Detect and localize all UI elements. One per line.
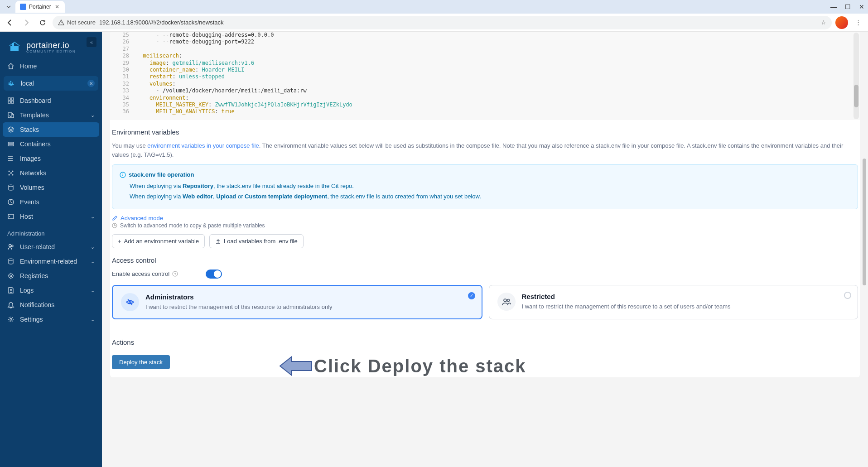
card-description: I want to restrict the management of thi… bbox=[145, 303, 333, 312]
svg-point-21 bbox=[11, 245, 13, 247]
nav-label: Notifications bbox=[20, 301, 54, 308]
env-description: You may use environment variables in you… bbox=[112, 141, 858, 159]
close-env-icon[interactable]: ✕ bbox=[87, 80, 95, 87]
back-button[interactable] bbox=[4, 16, 16, 29]
sidebar-item-networks[interactable]: Networks bbox=[0, 166, 102, 180]
svg-point-19 bbox=[9, 216, 10, 217]
window-controls: — ☐ ✕ bbox=[830, 3, 864, 10]
url-text: 192.168.1.18:9000/#!/2/docker/stacks/new… bbox=[99, 19, 224, 26]
card-title: Administrators bbox=[145, 293, 333, 301]
access-control-section: Access control Enable access control ? bbox=[112, 248, 858, 320]
svg-rect-11 bbox=[8, 144, 14, 146]
sidebar-item-logs[interactable]: Logs⌄ bbox=[0, 283, 102, 298]
profile-avatar[interactable] bbox=[835, 16, 848, 29]
compose-editor[interactable]: 252627282930313233343536 - --remote-debu… bbox=[110, 32, 860, 120]
sidebar-item-host[interactable]: Host⌄ bbox=[0, 209, 102, 224]
browser-tab[interactable]: Portainer ✕ bbox=[15, 1, 65, 13]
svg-rect-3 bbox=[10, 82, 11, 84]
nav-label: Volumes bbox=[20, 184, 44, 191]
admin-section-title: Administration bbox=[0, 224, 102, 240]
plus-icon: + bbox=[118, 238, 121, 245]
editor-scroll-thumb[interactable] bbox=[854, 85, 858, 107]
env-variables-section: Environment variables You may use enviro… bbox=[112, 120, 858, 248]
sidebar-item-home[interactable]: Home bbox=[0, 59, 102, 73]
page-scroll-thumb[interactable] bbox=[863, 159, 866, 285]
advanced-mode-link[interactable]: Advanced mode bbox=[112, 215, 858, 221]
events-icon bbox=[7, 198, 14, 206]
sidebar-item-registries[interactable]: Registries bbox=[0, 269, 102, 283]
notifications-icon bbox=[7, 301, 14, 308]
forward-button[interactable] bbox=[20, 16, 33, 29]
nav-label: Host bbox=[20, 213, 33, 220]
brand-name: portainer.io bbox=[26, 41, 76, 50]
stacks-icon bbox=[7, 126, 14, 133]
editor-scrollbar[interactable] bbox=[854, 33, 859, 119]
access-control-toggle[interactable] bbox=[206, 270, 222, 279]
add-env-var-button[interactable]: + Add an environment variable bbox=[112, 234, 205, 248]
access-card-restricted[interactable]: Restricted I want to restrict the manage… bbox=[489, 285, 858, 320]
main-panel: 252627282930313233343536 - --remote-debu… bbox=[110, 32, 860, 377]
deploy-stack-button[interactable]: Deploy the stack bbox=[112, 355, 170, 369]
sidebar-item-templates[interactable]: Templates⌄ bbox=[0, 108, 102, 122]
browser-toolbar: Not secure 192.168.1.18:9000/#!/2/docker… bbox=[0, 14, 868, 32]
sidebar-item-containers[interactable]: Containers bbox=[0, 137, 102, 151]
env-vars-docs-link[interactable]: environment variables in your compose fi… bbox=[147, 142, 259, 149]
nav-label: Environment-related bbox=[20, 258, 77, 265]
tabs-dropdown-icon[interactable] bbox=[4, 2, 14, 12]
browser-menu-icon[interactable]: ⋮ bbox=[852, 19, 864, 26]
minimize-button[interactable]: — bbox=[830, 3, 837, 10]
chevron-down-icon: ⌄ bbox=[91, 244, 95, 250]
security-warning[interactable]: Not secure bbox=[58, 19, 96, 26]
svg-rect-9 bbox=[11, 101, 14, 103]
settings-icon bbox=[7, 316, 14, 323]
sidebar-item-notifications[interactable]: Notifications bbox=[0, 298, 102, 312]
url-bar[interactable]: Not secure 192.168.1.18:9000/#!/2/docker… bbox=[53, 16, 832, 29]
help-icon[interactable]: ? bbox=[172, 271, 178, 277]
dashboard-icon bbox=[7, 97, 14, 104]
svg-rect-10 bbox=[8, 142, 14, 144]
load-env-file-button[interactable]: Load variables from .env file bbox=[209, 234, 304, 248]
nav-label: Containers bbox=[20, 140, 51, 148]
browser-titlebar: Portainer ✕ — ☐ ✕ bbox=[0, 0, 868, 14]
radio-unselected-icon bbox=[844, 292, 851, 299]
sidebar-item-volumes[interactable]: Volumes bbox=[0, 180, 102, 195]
access-card-administrators[interactable]: Administrators I want to restrict the ma… bbox=[112, 285, 482, 320]
sidebar-item-environment-related[interactable]: Environment-related⌄ bbox=[0, 254, 102, 269]
warning-icon bbox=[58, 19, 64, 26]
nav-label: Stacks bbox=[20, 126, 39, 133]
nav-label: Dashboard bbox=[20, 97, 51, 104]
sidebar-item-stacks[interactable]: Stacks bbox=[3, 122, 99, 137]
svg-point-25 bbox=[10, 318, 12, 320]
env-icon bbox=[7, 258, 14, 265]
logs-icon bbox=[7, 287, 14, 294]
svg-rect-2 bbox=[9, 82, 10, 84]
svg-point-16 bbox=[9, 185, 13, 187]
info-icon bbox=[120, 172, 126, 178]
svg-point-31 bbox=[504, 299, 506, 302]
sidebar-item-dashboard[interactable]: Dashboard bbox=[0, 93, 102, 108]
svg-rect-7 bbox=[11, 98, 14, 100]
registries-icon bbox=[7, 272, 14, 279]
svg-point-32 bbox=[507, 299, 509, 301]
close-button[interactable]: ✕ bbox=[859, 3, 864, 10]
sidebar-item-user-related[interactable]: User-related⌄ bbox=[0, 240, 102, 254]
tab-close-icon[interactable]: ✕ bbox=[54, 4, 60, 10]
sidebar-environment-selector[interactable]: local ✕ bbox=[4, 76, 98, 91]
section-title: Access control bbox=[112, 256, 858, 264]
sidebar-item-events[interactable]: Events bbox=[0, 195, 102, 209]
bookmark-star-icon[interactable]: ☆ bbox=[821, 19, 826, 26]
nav-label: Events bbox=[20, 198, 39, 206]
page-scrollbar[interactable] bbox=[861, 32, 868, 467]
section-title: Actions bbox=[112, 338, 858, 346]
nav-label: local bbox=[21, 80, 34, 87]
svg-point-22 bbox=[9, 259, 13, 260]
svg-rect-8 bbox=[8, 101, 10, 103]
editor-content[interactable]: - --remote-debugging-address=0.0.0.0 - -… bbox=[110, 32, 860, 116]
docker-icon bbox=[8, 80, 15, 87]
sidebar-collapse-button[interactable]: « bbox=[87, 37, 96, 47]
maximize-button[interactable]: ☐ bbox=[845, 3, 851, 10]
sidebar-item-images[interactable]: Images bbox=[0, 151, 102, 166]
nav-label: Settings bbox=[20, 316, 43, 323]
reload-button[interactable] bbox=[36, 16, 49, 29]
sidebar-item-settings[interactable]: Settings⌄ bbox=[0, 312, 102, 327]
